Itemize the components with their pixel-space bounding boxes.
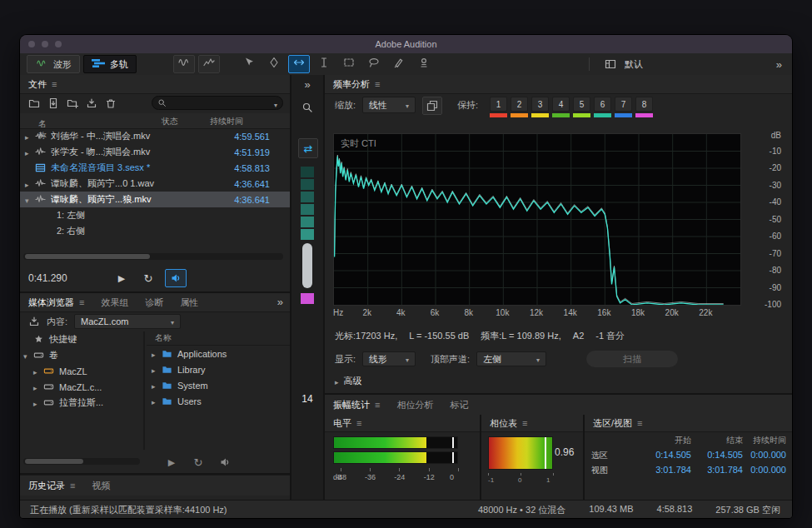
auto-play-speaker-button[interactable] bbox=[165, 269, 187, 287]
trash-icon[interactable] bbox=[105, 97, 117, 109]
row-chevron-icon[interactable] bbox=[25, 147, 35, 157]
time-selection-tool-button[interactable] bbox=[313, 55, 335, 73]
selection-table-row[interactable]: 选区0:14.5050:14.5050:00.000 bbox=[585, 450, 792, 465]
scale-dropdown[interactable]: 线性 bbox=[362, 97, 416, 113]
color-swatch[interactable] bbox=[301, 229, 314, 240]
tab-effects-rack[interactable]: 效果组 bbox=[92, 293, 137, 311]
frequency-plot[interactable]: 实时 CTI bbox=[333, 133, 741, 306]
scrollbar-thumb[interactable] bbox=[25, 254, 150, 259]
tree-chevron-icon[interactable] bbox=[33, 366, 43, 376]
tab-markers[interactable]: 标记 bbox=[441, 395, 476, 415]
panel-menu-icon[interactable] bbox=[356, 418, 361, 428]
media-list-item[interactable]: Library bbox=[147, 361, 290, 377]
panel-menu-icon[interactable] bbox=[52, 75, 57, 93]
workspace-selector[interactable]: 默认 bbox=[625, 58, 643, 71]
display-spectral-button[interactable] bbox=[198, 55, 220, 73]
color-swatch[interactable] bbox=[301, 192, 314, 202]
row-chevron-icon[interactable] bbox=[25, 195, 35, 205]
color-swatch[interactable] bbox=[301, 167, 314, 177]
color-swatch[interactable] bbox=[301, 179, 314, 190]
hold-button-8[interactable]: 8 bbox=[635, 97, 653, 117]
search-options-chevron-icon[interactable] bbox=[274, 96, 277, 111]
tab-properties[interactable]: 属性 bbox=[172, 293, 207, 311]
channel-sync-button[interactable]: ⇄ bbox=[298, 138, 318, 158]
slip-tool-button[interactable] bbox=[288, 55, 310, 73]
folder-open-icon[interactable] bbox=[28, 97, 40, 109]
tree-item[interactable]: MacZL bbox=[20, 363, 143, 379]
preview-speaker-button[interactable] bbox=[215, 454, 235, 471]
tab-history[interactable]: 历史记录 bbox=[20, 476, 83, 496]
media-list-item[interactable]: Users bbox=[147, 393, 290, 409]
tree-chevron-icon[interactable] bbox=[33, 382, 43, 392]
loop-playback-button[interactable] bbox=[138, 270, 158, 286]
hold-button-2[interactable]: 2 bbox=[511, 97, 528, 117]
import-icon[interactable] bbox=[28, 316, 40, 327]
file-row[interactable]: 谭咏麟、顾芮宁...0 1.wav4:36.641 bbox=[20, 176, 290, 192]
waveform-mode-button[interactable]: 波形 bbox=[27, 55, 80, 73]
display-waveform-button[interactable] bbox=[173, 55, 195, 73]
search-input[interactable] bbox=[170, 97, 271, 109]
panel-menu-icon[interactable] bbox=[79, 293, 84, 311]
strip-overflow-button[interactable] bbox=[291, 78, 323, 91]
preview-loop-button[interactable] bbox=[188, 454, 208, 471]
row-chevron-icon[interactable] bbox=[25, 132, 35, 142]
tab-files[interactable]: 文件 bbox=[20, 75, 65, 93]
tab-diagnostics[interactable]: 诊断 bbox=[137, 293, 172, 311]
panel-menu-icon[interactable] bbox=[375, 396, 380, 414]
panel-menu-icon[interactable] bbox=[375, 75, 380, 93]
file-channel-row[interactable]: 2: 右侧 bbox=[20, 223, 290, 239]
import-down-icon[interactable] bbox=[86, 97, 97, 109]
list-chevron-icon[interactable] bbox=[152, 381, 162, 391]
multitrack-mode-button[interactable]: 多轨 bbox=[83, 55, 137, 73]
panel-overflow-button[interactable] bbox=[277, 296, 283, 308]
tree-item[interactable]: MacZL.c... bbox=[20, 379, 143, 395]
magenta-swatch[interactable] bbox=[301, 293, 314, 304]
new-bin-icon[interactable] bbox=[67, 97, 78, 109]
channel-link-button[interactable] bbox=[422, 97, 442, 115]
advanced-disclosure[interactable]: 高级 bbox=[335, 375, 362, 387]
file-row[interactable]: 谭咏麟、顾芮宁...狼.mkv4:36.641 bbox=[20, 192, 290, 207]
marquee-selection-tool-button[interactable] bbox=[338, 55, 360, 73]
tab-video[interactable]: 视频 bbox=[83, 476, 118, 496]
files-horizontal-scrollbar[interactable] bbox=[23, 253, 283, 260]
play-button[interactable] bbox=[112, 270, 132, 286]
tab-frequency-analysis[interactable]: 频率分析 bbox=[325, 75, 388, 93]
row-chevron-icon[interactable] bbox=[25, 179, 35, 189]
file-channel-row[interactable]: 1: 左侧 bbox=[20, 207, 290, 223]
list-chevron-icon[interactable] bbox=[152, 396, 162, 406]
tree-chevron-icon[interactable] bbox=[33, 398, 43, 408]
hold-button-7[interactable]: 7 bbox=[615, 97, 632, 117]
file-row[interactable]: 刘德华 - 中...演唱会.mkv4:59.561 bbox=[20, 128, 290, 144]
move-tool-button[interactable] bbox=[238, 55, 260, 73]
panel-menu-icon[interactable] bbox=[522, 418, 527, 428]
file-row[interactable]: 未命名混音项目 3.sesx *4:58.813 bbox=[20, 160, 290, 176]
spot-healing-brush-tool-button[interactable] bbox=[413, 55, 435, 73]
list-chevron-icon[interactable] bbox=[152, 349, 162, 359]
paintbrush-tool-button[interactable] bbox=[388, 55, 410, 73]
list-chevron-icon[interactable] bbox=[152, 365, 162, 375]
selection-table-row[interactable]: 视图3:01.7843:01.7840:00.000 bbox=[585, 465, 792, 480]
hold-button-6[interactable]: 6 bbox=[594, 97, 611, 117]
scan-button[interactable]: 扫描 bbox=[586, 351, 678, 367]
vertical-slider-thumb[interactable] bbox=[302, 243, 312, 288]
tree-chevron-icon[interactable] bbox=[23, 351, 33, 361]
color-swatch[interactable] bbox=[301, 217, 314, 227]
tree-item[interactable]: 快捷键 bbox=[20, 331, 143, 347]
tab-media-browser[interactable]: 媒体浏览器 bbox=[20, 293, 92, 311]
tree-item[interactable]: 卷 bbox=[20, 347, 143, 363]
preview-play-button[interactable] bbox=[162, 454, 182, 471]
hold-button-5[interactable]: 5 bbox=[573, 97, 590, 117]
hold-button-1[interactable]: 1 bbox=[490, 97, 507, 117]
lasso-selection-tool-button[interactable] bbox=[363, 55, 385, 73]
zoom-tool-icon[interactable] bbox=[301, 102, 313, 117]
hold-button-3[interactable]: 3 bbox=[531, 97, 549, 117]
media-list-header[interactable]: 名称 bbox=[147, 331, 290, 346]
top-channel-dropdown[interactable]: 左侧 bbox=[476, 351, 546, 366]
import-doc-icon[interactable] bbox=[47, 97, 59, 109]
toolbar-overflow-button[interactable] bbox=[776, 58, 782, 71]
titlebar[interactable]: Adobe Audition bbox=[20, 35, 792, 54]
file-row[interactable]: 张学友 - 吻...演唱会.mkv4:51.919 bbox=[20, 144, 290, 160]
razor-tool-button[interactable] bbox=[263, 55, 285, 73]
hold-button-4[interactable]: 4 bbox=[552, 97, 570, 117]
tab-phase-analysis[interactable]: 相位分析 bbox=[388, 395, 441, 415]
